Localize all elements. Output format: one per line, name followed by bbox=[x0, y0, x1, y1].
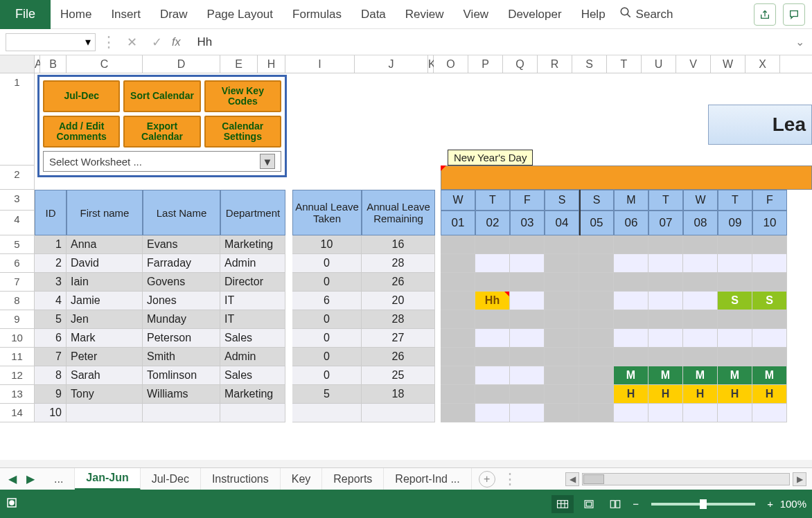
day-cell[interactable] bbox=[683, 310, 718, 329]
scroll-right-icon[interactable]: ▶ bbox=[793, 472, 806, 486]
column-header[interactable]: A bbox=[35, 55, 40, 73]
day-cell[interactable] bbox=[683, 254, 718, 273]
day-cell[interactable] bbox=[648, 273, 683, 292]
juldec-button[interactable]: Jul-Dec bbox=[43, 80, 120, 112]
sheet-tab-hidden[interactable]: ... bbox=[43, 468, 75, 490]
column-header[interactable]: P bbox=[468, 55, 503, 73]
column-header[interactable]: O bbox=[434, 55, 468, 73]
day-cell[interactable] bbox=[510, 235, 545, 254]
day-cell[interactable]: M bbox=[752, 366, 787, 385]
day-cell[interactable] bbox=[648, 254, 683, 273]
fx-label[interactable]: fx bbox=[172, 36, 180, 48]
tab-insert[interactable]: Insert bbox=[101, 0, 150, 29]
column-header[interactable]: C bbox=[67, 55, 143, 73]
column-header[interactable]: J bbox=[355, 55, 428, 73]
search-ribbon[interactable]: Search bbox=[619, 6, 673, 22]
cell-dept[interactable]: IT bbox=[220, 310, 285, 329]
cell-alr[interactable] bbox=[362, 404, 435, 422]
column-header[interactable]: I bbox=[285, 55, 355, 73]
cell-alr[interactable]: 18 bbox=[362, 385, 435, 404]
day-cell[interactable] bbox=[683, 404, 718, 422]
sheet-tab-report-ind[interactable]: Report-Ind ... bbox=[384, 468, 471, 490]
cell-fn[interactable]: David bbox=[67, 254, 143, 273]
day-cell[interactable]: M bbox=[718, 366, 752, 385]
day-cell[interactable] bbox=[475, 310, 510, 329]
row-header[interactable]: 11 bbox=[0, 348, 35, 366]
zoom-level[interactable]: 100% bbox=[780, 498, 806, 510]
sheet-tab-instructions[interactable]: Instructions bbox=[201, 468, 281, 490]
day-cell[interactable] bbox=[579, 310, 614, 329]
row-header[interactable]: 6 bbox=[0, 254, 35, 273]
view-normal-icon[interactable] bbox=[551, 495, 574, 513]
cell-dept[interactable] bbox=[220, 404, 285, 422]
cell-alt[interactable]: 0 bbox=[292, 348, 362, 366]
day-cell[interactable] bbox=[579, 329, 614, 348]
day-cell[interactable] bbox=[718, 310, 752, 329]
day-cell[interactable] bbox=[510, 404, 545, 422]
day-cell[interactable]: S bbox=[752, 292, 787, 310]
cell-ln[interactable]: Smith bbox=[143, 348, 220, 366]
row-header[interactable]: 14 bbox=[0, 404, 35, 422]
tab-help[interactable]: Help bbox=[572, 0, 615, 29]
zoom-thumb[interactable] bbox=[700, 499, 707, 509]
day-cell[interactable] bbox=[648, 348, 683, 366]
cell-alr[interactable]: 27 bbox=[362, 329, 435, 348]
day-cell[interactable] bbox=[545, 366, 579, 385]
cell-ln[interactable]: Williams bbox=[143, 385, 220, 404]
column-header[interactable]: W bbox=[711, 55, 745, 73]
day-cell[interactable] bbox=[614, 329, 648, 348]
day-cell[interactable] bbox=[545, 292, 579, 310]
day-cell[interactable] bbox=[648, 292, 683, 310]
column-header[interactable]: B bbox=[40, 55, 67, 73]
sheet-tab-jan-jun[interactable]: Jan-Jun bbox=[75, 468, 140, 490]
day-cell[interactable] bbox=[579, 235, 614, 254]
day-cell[interactable] bbox=[614, 273, 648, 292]
column-header[interactable]: Q bbox=[503, 55, 538, 73]
sheet-tab-key[interactable]: Key bbox=[281, 468, 323, 490]
day-cell[interactable] bbox=[752, 310, 787, 329]
day-cell[interactable]: H bbox=[718, 385, 752, 404]
macro-record-icon[interactable] bbox=[6, 497, 18, 511]
worksheet-grid[interactable]: Jul-Dec Sort Calendar View Key Codes Add… bbox=[35, 73, 812, 460]
day-cell[interactable] bbox=[441, 310, 475, 329]
tab-formulas[interactable]: Formulas bbox=[283, 0, 351, 29]
day-cell[interactable] bbox=[752, 235, 787, 254]
cell-fn[interactable]: Sarah bbox=[67, 366, 143, 385]
day-cell[interactable] bbox=[441, 273, 475, 292]
column-header[interactable]: U bbox=[642, 55, 676, 73]
day-cell[interactable] bbox=[441, 385, 475, 404]
column-header[interactable]: V bbox=[676, 55, 711, 73]
day-cell[interactable] bbox=[441, 329, 475, 348]
cell-fn[interactable]: Mark bbox=[67, 329, 143, 348]
row-header[interactable]: 2 bbox=[0, 166, 35, 190]
day-cell[interactable] bbox=[475, 254, 510, 273]
file-tab[interactable]: File bbox=[0, 0, 51, 29]
cell-ln[interactable]: Evans bbox=[143, 235, 220, 254]
scrollbar-thumb[interactable] bbox=[583, 474, 604, 484]
formula-input[interactable] bbox=[193, 35, 787, 49]
day-cell[interactable] bbox=[510, 329, 545, 348]
cell-dept[interactable]: Sales bbox=[220, 366, 285, 385]
row-header[interactable]: 1 bbox=[0, 73, 35, 166]
column-header[interactable]: D bbox=[143, 55, 220, 73]
column-header[interactable]: X bbox=[745, 55, 780, 73]
day-cell[interactable] bbox=[441, 235, 475, 254]
day-cell[interactable] bbox=[614, 310, 648, 329]
day-cell[interactable] bbox=[545, 310, 579, 329]
cell-id[interactable]: 2 bbox=[35, 254, 67, 273]
day-cell[interactable] bbox=[579, 385, 614, 404]
calendar-settings-button[interactable]: Calendar Settings bbox=[204, 116, 281, 148]
cell-alt[interactable]: 10 bbox=[292, 235, 362, 254]
cancel-formula-icon[interactable]: ✕ bbox=[122, 35, 141, 50]
tab-view[interactable]: View bbox=[454, 0, 499, 29]
cell-ln[interactable]: Jones bbox=[143, 292, 220, 310]
day-cell[interactable] bbox=[510, 310, 545, 329]
day-cell[interactable] bbox=[683, 348, 718, 366]
column-header[interactable]: H bbox=[258, 55, 285, 73]
day-cell[interactable] bbox=[510, 254, 545, 273]
column-header[interactable]: K bbox=[428, 55, 434, 73]
cell-ln[interactable] bbox=[143, 404, 220, 422]
cell-ln[interactable]: Tomlinson bbox=[143, 366, 220, 385]
cell-fn[interactable]: Tony bbox=[67, 385, 143, 404]
day-cell[interactable] bbox=[475, 273, 510, 292]
